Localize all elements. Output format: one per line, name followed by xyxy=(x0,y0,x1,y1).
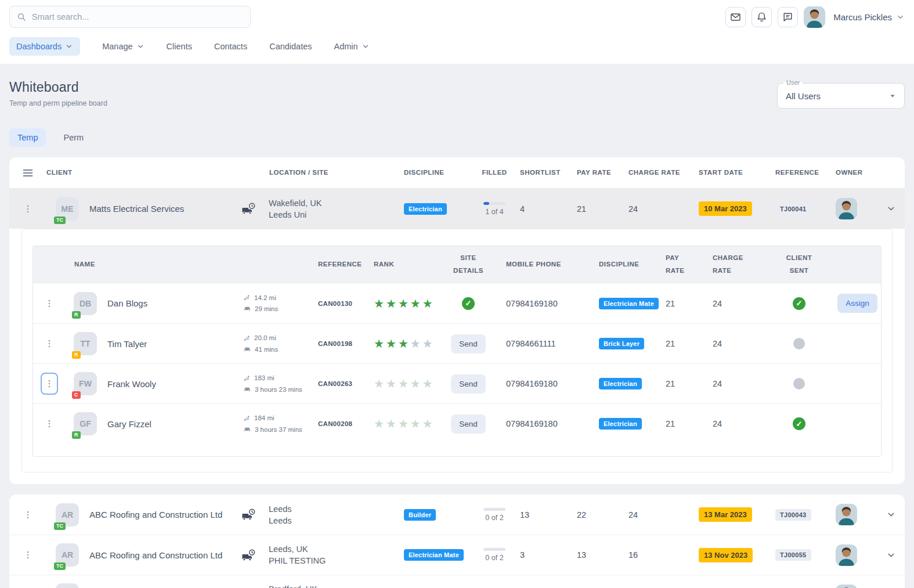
row-menu-button[interactable] xyxy=(20,545,35,565)
nav-contacts[interactable]: Contacts xyxy=(214,42,247,51)
rank-stars: ★★★★★ xyxy=(374,338,435,349)
nav-dashboards[interactable]: Dashboards xyxy=(9,37,80,56)
nav-contacts-label: Contacts xyxy=(214,42,247,51)
candidate-avatar: TT R xyxy=(74,332,97,355)
user-avatar[interactable] xyxy=(804,6,825,28)
candidate-row[interactable]: FW C Frank Wooly 183 mi 3 hours 23 mins … xyxy=(33,363,881,403)
nav-candidates[interactable]: Candidates xyxy=(269,42,312,51)
filled-progress xyxy=(483,202,505,205)
kebab-icon xyxy=(23,510,33,520)
travel-time-icon xyxy=(241,508,256,521)
candidate-menu-button[interactable] xyxy=(42,414,57,434)
drive-time-value: 3 hours 23 mins xyxy=(255,386,302,393)
star-filled-icon: ★ xyxy=(374,297,386,310)
candidate-row[interactable]: DB R Dan Blogs 14.2 mi 29 mins CAN00130 … xyxy=(33,283,881,323)
expand-row-chevron[interactable] xyxy=(886,550,896,560)
star-filled-icon: ★ xyxy=(398,297,410,310)
col-name: NAME xyxy=(66,258,205,271)
candidate-reference: CAN00263 xyxy=(315,380,373,387)
row-menu-button[interactable] xyxy=(20,585,35,588)
send-site-details-button[interactable]: Send xyxy=(451,374,486,394)
mobile-phone: 07984169180 xyxy=(503,379,590,388)
col-reference: REFERENCE xyxy=(767,167,829,179)
location-site: Leeds Leeds xyxy=(269,503,292,526)
distance-value: 20.0 mi xyxy=(254,334,276,341)
nav-admin-label: Admin xyxy=(334,42,358,51)
discipline-badge: Electrician Mate xyxy=(404,549,464,561)
client-row[interactable]: AR TC ABC Roofing and Construction Ltd L… xyxy=(9,495,905,535)
client-avatar-initials: AR xyxy=(62,510,73,520)
client-row[interactable]: ME TC Matts Electrical Services Wakefiel… xyxy=(9,189,905,229)
star-filled-icon: ★ xyxy=(422,297,435,310)
send-site-details-button[interactable]: Send xyxy=(451,334,486,353)
candidate-row[interactable]: TT R Tim Talyer 20.0 mi 41 mins CAN00198… xyxy=(33,323,881,363)
star-empty-icon: ★ xyxy=(386,377,398,390)
client-avatar: ME TC xyxy=(56,197,79,221)
row-menu-button[interactable] xyxy=(20,199,35,219)
candidate-avatar-initials: FW xyxy=(79,379,92,388)
nav-manage[interactable]: Manage xyxy=(102,42,144,51)
owner-avatar xyxy=(836,585,857,588)
assign-button[interactable]: Assign xyxy=(837,294,877,313)
star-empty-icon: ★ xyxy=(410,337,422,350)
col-rank: RANK xyxy=(373,258,433,271)
reference-badge: TJ00055 xyxy=(775,549,811,561)
candidate-reference: CAN00198 xyxy=(315,340,373,347)
candidate-menu-button[interactable] xyxy=(42,334,57,353)
chevron-down-icon xyxy=(362,42,370,50)
chevron-down-icon xyxy=(886,550,896,560)
star-empty-icon: ★ xyxy=(398,417,410,430)
expand-row-chevron[interactable] xyxy=(886,510,896,520)
mobile-phone: 07984169180 xyxy=(503,419,590,428)
mail-button[interactable] xyxy=(725,7,746,27)
car-icon xyxy=(243,385,251,394)
candidates-panel: NAME REFERENCE RANK SITE DETAILS MOBILE … xyxy=(21,229,893,472)
chevron-down-icon xyxy=(65,42,73,50)
board-menu-button[interactable] xyxy=(22,167,34,179)
charge-rate-value: 16 xyxy=(627,550,694,560)
charge-rate-value: 24 xyxy=(706,379,764,388)
location-city: Leeds xyxy=(269,503,292,515)
send-site-details-button[interactable]: Send xyxy=(451,414,486,434)
distance-value: 184 mi xyxy=(254,414,274,421)
page-title: Whiteboard xyxy=(9,80,107,95)
nav-candidates-label: Candidates xyxy=(269,42,312,51)
location-site-name: PHIL TESTING xyxy=(269,555,326,567)
chat-button[interactable] xyxy=(778,7,798,27)
client-row[interactable]: AR TC ABC Roofing and Construction Ltd L… xyxy=(9,535,905,575)
col-pay-rate: PAY RATE xyxy=(576,167,627,179)
candidate-menu-button[interactable] xyxy=(42,294,57,313)
nav-admin[interactable]: Admin xyxy=(334,42,370,51)
col-owner: OWNER xyxy=(829,167,877,179)
location-site: Leeds, UK PHIL TESTING xyxy=(269,543,326,567)
kebab-icon xyxy=(44,419,55,429)
client-name: Matts Electrical Services xyxy=(89,204,184,214)
chevron-down-icon xyxy=(136,42,144,50)
search-box[interactable] xyxy=(9,6,251,28)
notifications-button[interactable] xyxy=(752,7,772,27)
star-filled-icon: ★ xyxy=(410,297,422,310)
location-site-name: Leeds Uni xyxy=(269,209,321,221)
candidates-table: NAME REFERENCE RANK SITE DETAILS MOBILE … xyxy=(32,246,882,457)
candidate-avatar: GF R xyxy=(74,412,97,435)
owner-avatar xyxy=(836,198,857,219)
row-menu-button[interactable] xyxy=(20,505,35,525)
candidate-row[interactable]: GF R Gary Fizzel 184 mi 3 hours 37 mins … xyxy=(33,403,881,443)
client-name: ABC Roofing and Construction Ltd xyxy=(89,510,222,520)
candidate-menu-button[interactable] xyxy=(42,374,57,394)
tab-perm[interactable]: Perm xyxy=(62,128,85,147)
pipeline-board-card: CLIENT LOCATION / SITE DISCIPLINE FILLED… xyxy=(9,157,905,484)
client-avatar: AR TC xyxy=(56,543,79,567)
tab-temp[interactable]: Temp xyxy=(9,128,46,147)
client-row[interactable]: AR TC ABC Roofing and Construction Ltd B… xyxy=(9,575,905,588)
filled-label: 0 of 2 xyxy=(485,514,503,522)
search-input[interactable] xyxy=(32,12,243,21)
user-filter-select[interactable]: User All Users xyxy=(777,83,905,109)
collapse-row-chevron[interactable] xyxy=(886,204,896,214)
candidate-status-badge: C xyxy=(72,391,81,399)
user-menu[interactable]: Marcus Pickles xyxy=(833,12,905,22)
chevron-down-icon xyxy=(896,13,905,21)
filled-progress xyxy=(483,508,505,511)
rank-stars: ★★★★★ xyxy=(374,378,435,389)
nav-clients[interactable]: Clients xyxy=(167,42,192,51)
